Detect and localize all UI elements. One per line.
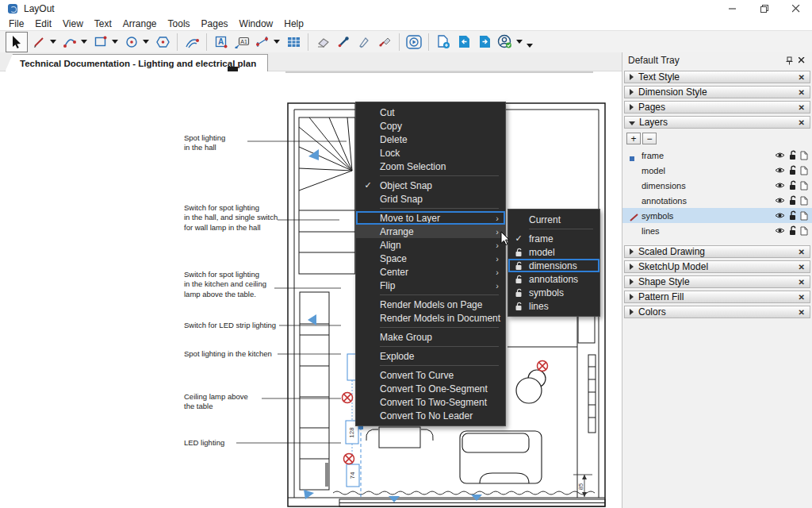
- panel-pages[interactable]: Pages ✕: [624, 101, 810, 114]
- panel-scaled-drawing[interactable]: Scaled Drawing ✕: [624, 245, 810, 258]
- context-menu-item-lock[interactable]: Lock: [356, 146, 505, 160]
- panel-text-style[interactable]: Text Style ✕: [624, 71, 810, 83]
- context-menu-item-flip[interactable]: Flip›: [356, 279, 505, 292]
- panel-close-icon[interactable]: ✕: [797, 103, 806, 112]
- lock-icon[interactable]: [788, 210, 797, 221]
- context-menu-item-make-group[interactable]: Make Group: [356, 330, 505, 344]
- visibility-eye-icon[interactable]: [775, 182, 785, 189]
- submenu-item-annotations[interactable]: annotations: [508, 272, 599, 286]
- share-layer-icon[interactable]: [800, 211, 808, 221]
- context-menu-item-center[interactable]: Center›: [356, 265, 505, 279]
- context-menu-item-object-snap[interactable]: ✓Object Snap: [356, 179, 505, 192]
- submenu-item-model[interactable]: model: [508, 245, 599, 259]
- layer-row-annotations[interactable]: annotations: [622, 193, 812, 208]
- panel-close-icon[interactable]: ✕: [797, 73, 806, 82]
- menu-text[interactable]: Text: [89, 18, 117, 29]
- eyedropper-tool-button[interactable]: [334, 33, 353, 52]
- share-layer-icon[interactable]: [800, 151, 808, 160]
- layer-row-symbols[interactable]: symbols: [622, 208, 812, 223]
- submenu-item-frame[interactable]: ✓frame: [508, 232, 599, 245]
- visibility-eye-icon[interactable]: [775, 167, 785, 174]
- arc-tool-button[interactable]: [60, 33, 79, 52]
- annotation-spot-kitchen[interactable]: Spot lighting in the kitchen: [184, 349, 272, 359]
- share-layer-icon[interactable]: [800, 226, 808, 236]
- context-menu-item-space[interactable]: Space›: [356, 252, 505, 265]
- rectangle-tool-button[interactable]: [91, 33, 110, 52]
- panel-pattern-fill[interactable]: Pattern Fill ✕: [624, 291, 810, 303]
- layer-row-dimensions[interactable]: dimensions: [622, 178, 812, 193]
- arc-tool-dropdown[interactable]: [81, 40, 87, 44]
- share-layer-icon[interactable]: [800, 196, 808, 206]
- menu-tools[interactable]: Tools: [163, 18, 196, 29]
- visibility-eye-icon[interactable]: [775, 227, 785, 234]
- context-menu-item-convert-to-two-segment[interactable]: Convert To Two-Segment: [356, 395, 505, 409]
- context-menu-item-render-models-on-page[interactable]: Render Models on Page: [356, 298, 505, 311]
- lock-icon[interactable]: [788, 165, 797, 175]
- context-menu-item-convert-to-curve[interactable]: Convert To Curve: [356, 368, 505, 382]
- context-menu-item-copy[interactable]: Copy: [356, 119, 505, 133]
- eraser-tool-button[interactable]: [313, 33, 332, 52]
- lock-icon[interactable]: [788, 180, 797, 190]
- start-presentation-button[interactable]: [404, 33, 423, 52]
- visibility-eye-icon[interactable]: [775, 152, 785, 159]
- add-page-button[interactable]: [434, 33, 453, 52]
- annotation-ceiling-lamp[interactable]: Ceiling lamp above the table: [184, 392, 248, 412]
- context-menu-item-convert-to-one-segment[interactable]: Convert To One-Segment: [356, 382, 505, 395]
- menu-pages[interactable]: Pages: [196, 18, 234, 29]
- lock-icon[interactable]: [788, 150, 797, 160]
- annotation-switch-led[interactable]: Switch for LED strip lighting: [184, 321, 276, 330]
- table-tool-button[interactable]: [284, 33, 303, 52]
- close-button[interactable]: [780, 0, 812, 17]
- menu-edit[interactable]: Edit: [29, 18, 57, 29]
- context-menu-item-align[interactable]: Align›: [356, 238, 505, 252]
- lock-icon[interactable]: [788, 225, 797, 236]
- style-tool-button[interactable]: [354, 33, 373, 52]
- layer-row-lines[interactable]: lines: [622, 223, 812, 238]
- submenu-item-lines[interactable]: lines: [508, 299, 599, 313]
- context-menu-item-convert-to-no-leader[interactable]: Convert To No Leader: [356, 409, 505, 422]
- submenu-item-dimensions[interactable]: dimensions: [508, 259, 599, 272]
- add-layer-button[interactable]: +: [626, 133, 641, 144]
- submenu-item-current[interactable]: Current: [508, 213, 599, 226]
- circle-tool-button[interactable]: [122, 33, 141, 52]
- panel-close-icon[interactable]: ✕: [797, 293, 806, 302]
- context-menu-item-explode[interactable]: Explode: [356, 349, 505, 363]
- line-tool-dropdown[interactable]: [50, 40, 56, 44]
- layer-row-model[interactable]: model: [622, 163, 812, 178]
- panel-close-icon[interactable]: ✕: [797, 88, 806, 97]
- context-menu-item-zoom-selection[interactable]: Zoom Selection: [356, 160, 505, 173]
- menu-window[interactable]: Window: [234, 18, 279, 29]
- panel-dimension-style[interactable]: Dimension Style ✕: [624, 86, 810, 98]
- restore-button[interactable]: [749, 0, 780, 17]
- minimize-button[interactable]: [717, 0, 749, 17]
- context-menu-item-grid-snap[interactable]: Grid Snap: [356, 192, 505, 206]
- menu-help[interactable]: Help: [278, 18, 309, 29]
- annotation-switch-hall[interactable]: Switch for spot lighting in the hall, an…: [184, 203, 278, 233]
- context-menu-item-move-to-layer[interactable]: Move to Layer›: [356, 211, 505, 225]
- remove-layer-button[interactable]: −: [642, 133, 657, 144]
- visibility-eye-icon[interactable]: [775, 197, 785, 204]
- text-tool-button[interactable]: A: [212, 33, 231, 52]
- context-menu-item-delete[interactable]: Delete: [356, 133, 505, 146]
- account-dropdown[interactable]: [516, 40, 523, 44]
- layer-row-frame[interactable]: frame: [622, 148, 812, 163]
- context-menu-item-cut[interactable]: Cut: [356, 106, 505, 119]
- offset-tool-button[interactable]: [182, 33, 201, 52]
- dimension-tool-button[interactable]: [253, 33, 272, 52]
- panel-close-icon[interactable]: ✕: [797, 308, 806, 317]
- rectangle-tool-dropdown[interactable]: [112, 40, 118, 44]
- lock-icon[interactable]: [788, 195, 797, 206]
- select-tool-button[interactable]: [6, 32, 28, 52]
- style-dropper-button[interactable]: [375, 33, 394, 52]
- panel-close-icon[interactable]: ✕: [797, 278, 806, 287]
- label-tool-button[interactable]: A1: [232, 33, 251, 52]
- tray-close-icon[interactable]: [795, 57, 808, 64]
- dimension-tool-dropdown[interactable]: [274, 40, 280, 44]
- submenu-item-symbols[interactable]: symbols: [508, 286, 599, 299]
- annotation-spot-lighting-hall[interactable]: Spot lighting in the hall: [184, 133, 225, 153]
- previous-page-button[interactable]: [454, 33, 473, 52]
- share-layer-icon[interactable]: [800, 181, 808, 190]
- context-menu-item-arrange[interactable]: Arrange›: [356, 225, 505, 238]
- polygon-tool-button[interactable]: [153, 33, 172, 52]
- circle-tool-dropdown[interactable]: [143, 40, 149, 44]
